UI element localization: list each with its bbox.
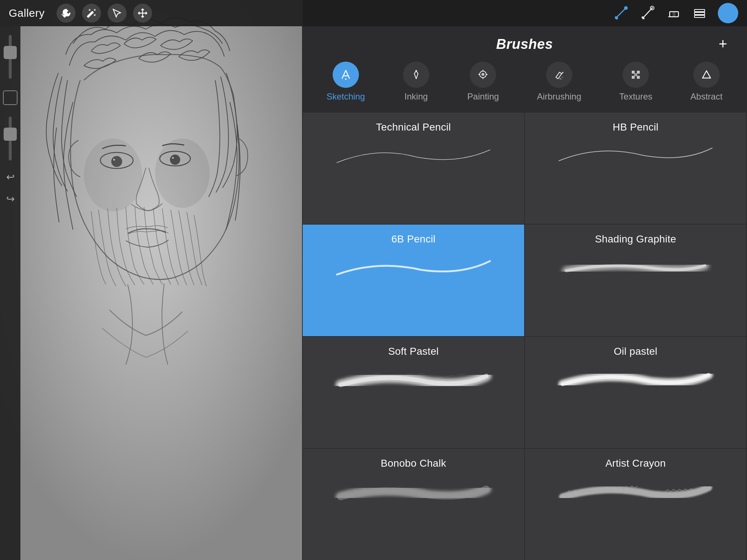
svg-point-26 — [562, 77, 563, 78]
sketching-icon-circle — [333, 62, 359, 88]
brush-artist-crayon[interactable]: Artist Crayon — [525, 449, 746, 560]
brush-technical-pencil[interactable]: Technical Pencil — [303, 113, 524, 224]
inking-icon-circle — [403, 62, 429, 88]
svg-point-8 — [155, 139, 210, 208]
brush-bonobo-chalk[interactable]: Bonobo Chalk — [303, 449, 524, 560]
transform-button[interactable] — [133, 4, 152, 23]
svg-rect-31 — [637, 76, 640, 79]
svg-point-27 — [561, 79, 562, 80]
svg-rect-18 — [694, 9, 705, 12]
svg-rect-28 — [632, 71, 635, 74]
magic-wand-button[interactable] — [82, 4, 101, 23]
svg-rect-0 — [0, 0, 303, 560]
brush-name: Bonobo Chalk — [381, 458, 446, 469]
svg-point-22 — [415, 70, 417, 71]
abstract-label: Abstract — [690, 92, 723, 102]
brush-shading-graphite[interactable]: Shading Graphite — [525, 225, 746, 336]
tab-sketching[interactable]: Sketching — [322, 59, 369, 104]
brush-name: HB Pencil — [613, 121, 659, 133]
painting-icon-circle — [470, 62, 496, 88]
undo-button[interactable]: ↩ — [6, 172, 15, 182]
opacity-thumb[interactable] — [4, 46, 17, 59]
size-slider[interactable] — [9, 117, 12, 160]
abstract-icon-circle — [693, 62, 720, 88]
brush-preview — [310, 475, 517, 508]
tab-abstract[interactable]: Abstract — [686, 59, 727, 104]
svg-point-21 — [345, 78, 347, 80]
airbrushing-icon-circle — [546, 62, 572, 88]
brush-oil-pastel[interactable]: Oil pastel — [525, 337, 746, 448]
svg-point-25 — [560, 78, 561, 79]
brushes-add-button[interactable]: + — [713, 34, 732, 53]
svg-marker-33 — [703, 71, 711, 78]
brush-name: Oil pastel — [614, 346, 658, 357]
svg-rect-20 — [694, 15, 705, 18]
brush-grid: Technical Pencil HB Pencil 6B Pencil — [302, 113, 747, 560]
svg-point-24 — [481, 73, 484, 76]
brush-name: Soft Pastel — [388, 346, 439, 357]
inking-label: Inking — [405, 92, 428, 102]
category-tabs: Sketching Inking Painting — [302, 59, 747, 113]
selection-button[interactable] — [108, 4, 127, 23]
painting-label: Painting — [467, 92, 499, 102]
brush-preview — [532, 139, 739, 172]
gallery-button[interactable]: Gallery — [9, 7, 45, 19]
brushes-panel: Brushes + Sketching Inking — [302, 26, 747, 560]
svg-rect-17 — [673, 12, 676, 17]
textures-label: Textures — [619, 92, 653, 102]
tab-textures[interactable]: Textures — [615, 59, 657, 104]
brushes-header: Brushes + — [302, 26, 747, 59]
redo-button[interactable]: ↪ — [6, 194, 15, 204]
brush-name: Artist Crayon — [605, 458, 666, 469]
canvas-area[interactable] — [0, 0, 303, 560]
brush-soft-pastel[interactable]: Soft Pastel — [303, 337, 524, 448]
size-thumb[interactable] — [4, 128, 17, 141]
brushes-title: Brushes — [496, 36, 553, 52]
toolbar-right — [613, 3, 738, 23]
square-color-swatch[interactable] — [3, 90, 18, 105]
textures-icon-circle — [623, 62, 649, 88]
layers-tool[interactable] — [692, 5, 708, 21]
wrench-button[interactable] — [57, 4, 76, 23]
left-sidebar: ↩ ↪ — [0, 26, 20, 560]
svg-point-13 — [651, 7, 653, 9]
brush-preview — [532, 475, 739, 508]
svg-rect-30 — [632, 76, 635, 79]
svg-point-10 — [624, 6, 628, 10]
brush-name: 6B Pencil — [391, 233, 436, 245]
smudge-tool[interactable] — [639, 5, 655, 21]
brush-tool[interactable] — [613, 5, 629, 21]
brush-preview — [310, 251, 517, 284]
brush-name: Technical Pencil — [376, 121, 451, 133]
sketching-label: Sketching — [326, 92, 365, 102]
eraser-tool[interactable] — [665, 5, 681, 21]
svg-rect-32 — [634, 73, 637, 76]
color-picker[interactable] — [718, 3, 738, 23]
svg-point-7 — [84, 139, 142, 211]
brush-preview — [532, 363, 739, 396]
brush-hb-pencil[interactable]: HB Pencil — [525, 113, 746, 224]
brush-name: Shading Graphite — [595, 233, 676, 245]
brush-6b-pencil[interactable]: 6B Pencil — [303, 225, 524, 336]
top-toolbar: Gallery — [0, 0, 747, 26]
opacity-slider[interactable] — [9, 35, 12, 79]
svg-rect-19 — [694, 12, 705, 15]
airbrushing-label: Airbrushing — [537, 92, 581, 102]
tab-painting[interactable]: Painting — [463, 59, 503, 104]
brush-preview — [310, 363, 517, 396]
tab-inking[interactable]: Inking — [399, 59, 434, 104]
brush-preview — [310, 139, 517, 172]
tab-airbrushing[interactable]: Airbrushing — [533, 59, 585, 104]
brush-preview — [532, 251, 739, 284]
svg-rect-29 — [637, 71, 640, 74]
